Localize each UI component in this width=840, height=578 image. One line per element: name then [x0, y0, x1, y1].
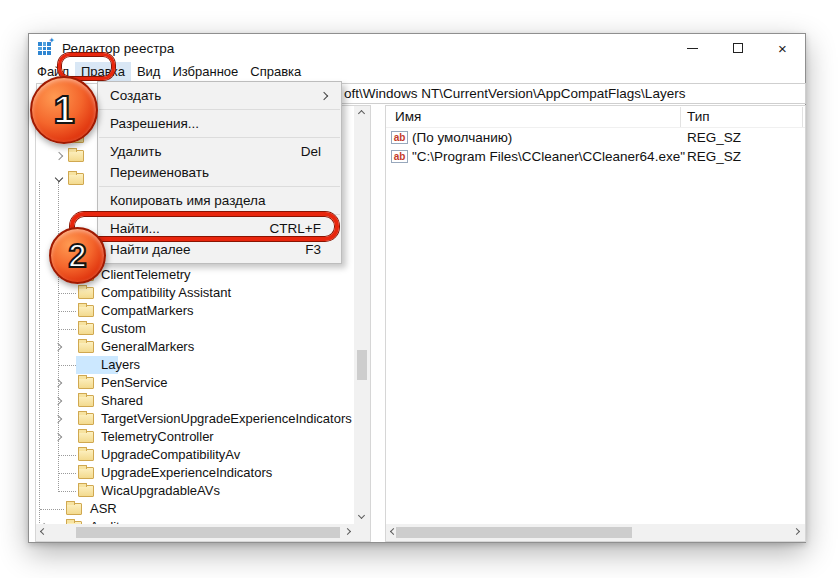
tree-item-label: PenService	[101, 374, 167, 392]
maximize-button[interactable]	[715, 34, 760, 62]
folder-icon	[78, 305, 94, 317]
column-separator[interactable]	[680, 107, 681, 127]
menu-separator	[99, 137, 340, 138]
menubar-item-избранное[interactable]: Избранное	[166, 62, 244, 81]
tree-item-label: Custom	[101, 320, 146, 338]
folder-icon	[78, 341, 94, 353]
tree-connector-stub	[59, 293, 76, 294]
scroll-left-arrow-icon[interactable]	[36, 524, 52, 540]
values-panel: Имя Тип ab(По умолчанию)REG_SZab"C:\Prog…	[385, 105, 806, 542]
menu-item-переименовать[interactable]: Переименовать	[98, 162, 341, 183]
value-name: "C:\Program Files\CCleaner\CCleaner64.ex…	[412, 149, 685, 164]
minimize-button[interactable]	[670, 34, 715, 62]
tree-item-wicaupgradableavs[interactable]: WicaUpgradableAVs	[36, 482, 356, 500]
tree-item-label: UpgradeExperienceIndicators	[101, 464, 272, 482]
value-type: REG_SZ	[687, 130, 741, 145]
tree-item-penservice[interactable]: PenService	[36, 374, 356, 392]
menu-item-label: Копировать имя раздела	[110, 193, 329, 208]
tree-item-targetversionupgradeexperienceindicators[interactable]: TargetVersionUpgradeExperienceIndicators	[36, 410, 356, 428]
value-type: REG_SZ	[687, 149, 741, 164]
tree-connector-stub	[40, 509, 64, 510]
tree-hscroll-thumb[interactable]	[76, 527, 340, 538]
folder-icon	[78, 377, 94, 389]
tree-connector-stub	[59, 311, 76, 312]
folder-icon	[68, 173, 84, 185]
chevron-right-icon[interactable]	[54, 343, 62, 351]
tree-selection: Layers	[76, 356, 118, 374]
value-row[interactable]: ab"C:\Program Files\CCleaner\CCleaner64.…	[386, 147, 805, 166]
tree-item-compatibility-assistant[interactable]: Compatibility Assistant	[36, 284, 356, 302]
column-separator[interactable]	[802, 107, 803, 127]
tree-item-compatmarkers[interactable]: CompatMarkers	[36, 302, 356, 320]
values-hscroll-thumb[interactable]	[396, 527, 632, 538]
chevron-down-icon[interactable]	[55, 174, 63, 182]
tree-item-upgradecompatibilityav[interactable]: UpgradeCompatibilityAv	[36, 446, 356, 464]
menu-item-label: Разрешения...	[110, 116, 329, 131]
tree-connector-stub	[59, 491, 76, 492]
window-controls: ×	[670, 34, 805, 62]
chevron-right-icon[interactable]	[55, 152, 63, 160]
tree-vertical-scrollbar[interactable]	[354, 106, 370, 541]
values-rows: ab(По умолчанию)REG_SZab"C:\Program File…	[386, 128, 805, 166]
annotation-highlight-find-item	[70, 212, 339, 241]
folder-icon	[68, 150, 84, 162]
chevron-right-icon[interactable]	[54, 379, 62, 387]
tree-item-generalmarkers[interactable]: GeneralMarkers	[36, 338, 356, 356]
annotation-step-2-badge: 2	[49, 227, 106, 284]
values-horizontal-scrollbar[interactable]	[386, 524, 805, 541]
value-row[interactable]: ab(По умолчанию)REG_SZ	[386, 128, 805, 147]
value-name: (По умолчанию)	[412, 130, 512, 145]
close-icon: ×	[778, 41, 787, 56]
menu-item-shortcut: F3	[305, 242, 329, 257]
close-button[interactable]: ×	[760, 34, 805, 62]
tree-item-label: TargetVersionUpgradeExperienceIndicators	[101, 410, 352, 428]
menu-bar: ФайлПравкаВидИзбранноеСправка	[29, 62, 805, 81]
tree-item-asr[interactable]: ASR	[36, 500, 356, 518]
tree-item-label: ASR	[90, 500, 117, 518]
tree-item-shared[interactable]: Shared	[36, 392, 356, 410]
scroll-up-arrow-icon[interactable]	[354, 106, 370, 122]
step-1-number: 1	[53, 89, 74, 132]
folder-icon	[78, 467, 94, 479]
address-path: oft\Windows NT\CurrentVersion\AppCompatF…	[344, 86, 685, 101]
tree-item-layers[interactable]: Layers	[36, 356, 356, 374]
menu-separator	[99, 186, 340, 187]
menubar-item-справка[interactable]: Справка	[244, 62, 307, 81]
tree-item-label: CompatMarkers	[101, 302, 193, 320]
menu-separator	[99, 109, 340, 110]
chevron-right-icon[interactable]	[54, 397, 62, 405]
chevron-right-icon[interactable]	[54, 433, 62, 441]
tree-item-upgradeexperienceindicators[interactable]: UpgradeExperienceIndicators	[36, 464, 356, 482]
tree-item-telemetrycontroller[interactable]: TelemetryController	[36, 428, 356, 446]
menu-item-удалить[interactable]: УдалитьDel	[98, 141, 341, 162]
tree-horizontal-scrollbar[interactable]	[36, 524, 356, 541]
scroll-right-arrow-icon[interactable]	[789, 524, 805, 540]
menu-item-создать[interactable]: Создать	[98, 85, 341, 106]
menu-item-shortcut: Del	[301, 144, 329, 159]
folder-icon	[78, 449, 94, 461]
scroll-down-arrow-icon[interactable]	[354, 508, 370, 524]
folder-icon	[78, 485, 94, 497]
tree-connector-stub	[59, 455, 76, 456]
menu-item-копировать-имя-раздела[interactable]: Копировать имя раздела	[98, 190, 341, 211]
menu-item-найти-далее[interactable]: Найти далееF3	[98, 239, 341, 260]
folder-icon	[78, 413, 94, 425]
folder-icon	[66, 503, 82, 515]
menu-item-label: Переименовать	[110, 165, 329, 180]
tree-item-label: UpgradeCompatibilityAv	[101, 446, 240, 464]
tree-item-label: TelemetryController	[101, 428, 214, 446]
regedit-window: ✦ Редактор реестра × ФайлПравкаВидИзбран…	[28, 33, 806, 543]
tree-item-label: GeneralMarkers	[101, 338, 194, 356]
tree-vscroll-thumb[interactable]	[357, 350, 367, 380]
reg-sz-string-icon: ab	[391, 150, 408, 163]
column-header-type[interactable]: Тип	[687, 109, 710, 124]
submenu-arrow-icon	[320, 91, 328, 99]
chevron-right-icon[interactable]	[54, 415, 62, 423]
column-header-name[interactable]: Имя	[395, 109, 421, 124]
tree-item-custom[interactable]: Custom	[36, 320, 356, 338]
reg-sz-string-icon: ab	[391, 131, 408, 144]
menu-item-разрешения-[interactable]: Разрешения...	[98, 113, 341, 134]
title-bar: ✦ Редактор реестра ×	[29, 34, 805, 62]
tree-item-label: Compatibility Assistant	[101, 284, 231, 302]
menubar-item-вид[interactable]: Вид	[131, 62, 167, 81]
